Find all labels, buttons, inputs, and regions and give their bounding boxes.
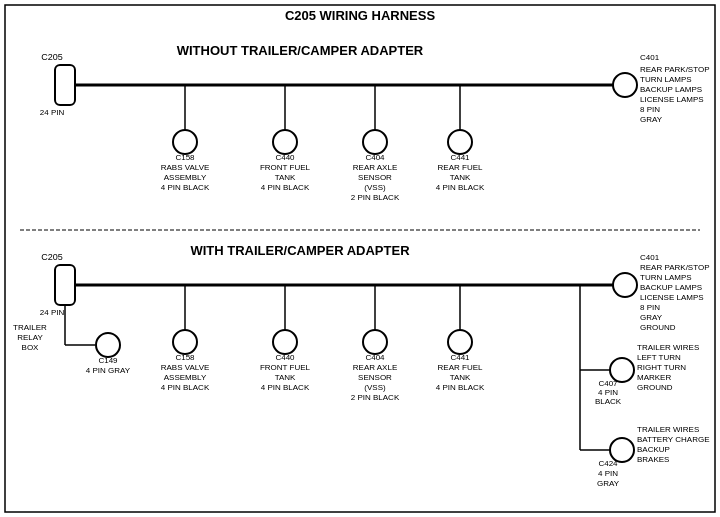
bottom-section-label: WITH TRAILER/CAMPER ADAPTER [190, 243, 410, 258]
top-c404-circle [363, 130, 387, 154]
bottom-right-c401-id: C401 [640, 253, 660, 262]
relay-box-label3: BOX [22, 343, 40, 352]
bottom-c441-label2: TANK [450, 373, 471, 382]
top-c158-circle [173, 130, 197, 154]
c424-desc3: BACKUP [637, 445, 670, 454]
top-right-desc4: LICENSE LAMPS [640, 95, 704, 104]
bottom-c149-circle [96, 333, 120, 357]
bottom-left-connector-rect [55, 265, 75, 305]
bottom-c404-circle [363, 330, 387, 354]
main-title: C205 WIRING HARNESS [285, 8, 436, 23]
border-rect [5, 5, 715, 512]
bottom-c149-id: C149 [98, 356, 118, 365]
top-c158-label2: ASSEMBLY [164, 173, 207, 182]
c407-desc4: MARKER [637, 373, 671, 382]
top-c404-label1: REAR AXLE [353, 163, 397, 172]
bottom-right-ground: GROUND [640, 323, 676, 332]
bottom-right-desc3: BACKUP LAMPS [640, 283, 702, 292]
bottom-left-c205-label: C205 [41, 252, 63, 262]
top-c404-label3: (VSS) [364, 183, 386, 192]
c407-desc5: GROUND [637, 383, 673, 392]
wiring-diagram-svg: C205 WIRING HARNESS WITHOUT TRAILER/CAMP… [0, 0, 720, 517]
bottom-c404-label1: REAR AXLE [353, 363, 397, 372]
bottom-c404-id: C404 [365, 353, 385, 362]
c424-pins2: GRAY [597, 479, 620, 488]
top-c158-id: C158 [175, 153, 195, 162]
c424-desc2: BATTERY CHARGE [637, 435, 709, 444]
bottom-c404-label3: (VSS) [364, 383, 386, 392]
bottom-right-desc4: LICENSE LAMPS [640, 293, 704, 302]
bottom-c158-label1: RABS VALVE [161, 363, 210, 372]
top-c441-label3: 4 PIN BLACK [436, 183, 485, 192]
top-c441-label1: REAR FUEL [438, 163, 483, 172]
bottom-c158-label3: 4 PIN BLACK [161, 383, 210, 392]
top-right-c401-id: C401 [640, 53, 660, 62]
c407-id: C407 [598, 379, 618, 388]
top-left-connector-rect [55, 65, 75, 105]
bottom-c404-label4: 2 PIN BLACK [351, 393, 400, 402]
top-c441-id: C441 [450, 153, 470, 162]
bottom-left-24pin: 24 PIN [40, 308, 65, 317]
top-c158-label3: 4 PIN BLACK [161, 183, 210, 192]
bottom-right-desc1: REAR PARK/STOP [640, 263, 710, 272]
top-right-connector-circle [613, 73, 637, 97]
c407-desc3: RIGHT TURN [637, 363, 686, 372]
c424-desc4: BRAKES [637, 455, 669, 464]
top-c440-circle [273, 130, 297, 154]
c424-desc1: TRAILER WIRES [637, 425, 699, 434]
top-c404-label2: SENSOR [358, 173, 392, 182]
bottom-right-8pin: 8 PIN [640, 303, 660, 312]
bottom-c158-label2: ASSEMBLY [164, 373, 207, 382]
bottom-c441-label1: REAR FUEL [438, 363, 483, 372]
bottom-c158-circle [173, 330, 197, 354]
bottom-c440-id: C440 [275, 353, 295, 362]
bottom-c149-pins: 4 PIN GRAY [86, 366, 131, 375]
top-c441-circle [448, 130, 472, 154]
top-c440-id: C440 [275, 153, 295, 162]
top-c440-label1: FRONT FUEL [260, 163, 311, 172]
bottom-c441-label3: 4 PIN BLACK [436, 383, 485, 392]
bottom-c158-id: C158 [175, 353, 195, 362]
bottom-c404-label2: SENSOR [358, 373, 392, 382]
top-right-desc1: REAR PARK/STOP [640, 65, 710, 74]
relay-box-label2: RELAY [17, 333, 43, 342]
bottom-c440-label3: 4 PIN BLACK [261, 383, 310, 392]
top-c404-id: C404 [365, 153, 385, 162]
bottom-c441-id: C441 [450, 353, 470, 362]
c424-pins1: 4 PIN [598, 469, 618, 478]
c407-desc2: LEFT TURN [637, 353, 681, 362]
c424-id: C424 [598, 459, 618, 468]
bottom-c441-circle [448, 330, 472, 354]
top-c440-label2: TANK [275, 173, 296, 182]
top-left-24pin: 24 PIN [40, 108, 65, 117]
top-right-desc2: TURN LAMPS [640, 75, 692, 84]
top-left-c205-label: C205 [41, 52, 63, 62]
diagram-container: C205 WIRING HARNESS WITHOUT TRAILER/CAMP… [0, 0, 720, 517]
bottom-right-gray: GRAY [640, 313, 663, 322]
top-c440-label3: 4 PIN BLACK [261, 183, 310, 192]
top-section-label: WITHOUT TRAILER/CAMPER ADAPTER [177, 43, 424, 58]
top-c404-label4: 2 PIN BLACK [351, 193, 400, 202]
bottom-c440-label1: FRONT FUEL [260, 363, 311, 372]
bottom-right-connector-circle [613, 273, 637, 297]
bottom-right-desc2: TURN LAMPS [640, 273, 692, 282]
relay-box-label1: TRAILER [13, 323, 47, 332]
c407-pins1: 4 PIN [598, 388, 618, 397]
bottom-c440-circle [273, 330, 297, 354]
top-c158-label1: RABS VALVE [161, 163, 210, 172]
c407-pins2: BLACK [595, 397, 622, 406]
top-right-gray: GRAY [640, 115, 663, 124]
top-right-8pin: 8 PIN [640, 105, 660, 114]
top-right-desc3: BACKUP LAMPS [640, 85, 702, 94]
c407-desc1: TRAILER WIRES [637, 343, 699, 352]
top-c441-label2: TANK [450, 173, 471, 182]
bottom-c440-label2: TANK [275, 373, 296, 382]
